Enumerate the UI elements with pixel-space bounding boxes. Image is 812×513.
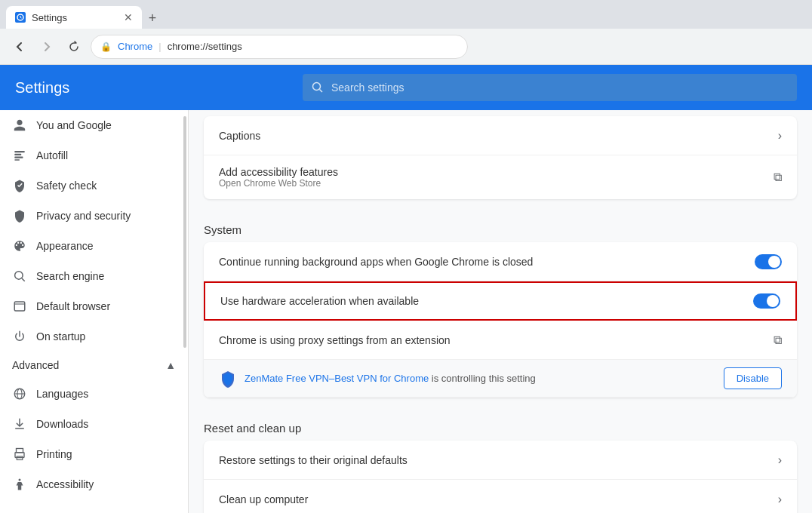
sidebar-item-downloads[interactable]: Downloads [0, 409, 188, 439]
sidebar-item-printing[interactable]: Printing [0, 439, 188, 469]
sidebar-item-label: Safety check [36, 180, 97, 192]
vpn-disable-button[interactable]: Disable [724, 367, 782, 389]
settings-app: Settings You and Google Autofill [0, 65, 812, 513]
add-accessibility-item[interactable]: Add accessibility features Open Chrome W… [204, 155, 797, 199]
sidebar-item-label: Appearance [36, 240, 94, 252]
globe-icon [12, 386, 27, 401]
clean-up-item[interactable]: Clean up computer › [204, 480, 797, 513]
sidebar: You and Google Autofill Safety check Pri… [0, 110, 189, 513]
sidebar-item-safety-check[interactable]: Safety check [0, 170, 188, 201]
proxy-ext-link-icon: ⧉ [774, 333, 782, 347]
svg-point-1 [313, 83, 321, 91]
svg-rect-16 [17, 456, 23, 460]
search-icon [312, 81, 324, 94]
sidebar-item-label: Downloads [36, 418, 88, 430]
address-bar[interactable]: 🔒 Chrome | chrome://settings [91, 35, 468, 59]
svg-rect-5 [14, 157, 23, 158]
system-section-label: System [204, 211, 797, 242]
add-accessibility-label: Add accessibility features [219, 166, 774, 178]
tab-settings[interactable]: Settings ✕ [6, 6, 142, 29]
search-bar[interactable] [303, 74, 797, 101]
svg-rect-14 [17, 449, 23, 453]
reset-section-label: Reset and clean up [204, 410, 797, 441]
sidebar-item-autofill[interactable]: Autofill [0, 140, 188, 170]
palette-icon [12, 238, 27, 253]
background-apps-label: Continue running background apps when Go… [219, 256, 755, 268]
external-link-icon: ⧉ [774, 170, 782, 184]
restore-settings-item[interactable]: Restore settings to their original defau… [204, 441, 797, 480]
sidebar-item-on-startup[interactable]: On startup [0, 321, 188, 352]
download-icon [12, 416, 27, 432]
power-icon [12, 329, 27, 344]
browser-icon [12, 299, 27, 314]
sidebar-item-privacy-security[interactable]: Privacy and security [0, 201, 188, 231]
svg-point-17 [19, 479, 21, 481]
reset-section: Reset and clean up Restore settings to t… [204, 410, 797, 513]
privacy-icon [12, 208, 27, 223]
tab-bar: Settings ✕ + [6, 0, 163, 29]
advanced-section-header[interactable]: Advanced ▲ [0, 352, 188, 379]
accessibility-icon [12, 477, 27, 492]
back-button[interactable] [9, 36, 30, 57]
background-apps-toggle[interactable] [755, 254, 782, 269]
captions-chevron-icon: › [778, 129, 782, 143]
sidebar-item-languages[interactable]: Languages [0, 379, 188, 409]
new-tab-button[interactable]: + [142, 8, 163, 29]
search-input[interactable] [331, 81, 788, 94]
svg-rect-3 [14, 151, 25, 152]
background-apps-item[interactable]: Continue running background apps when Go… [204, 242, 797, 281]
sidebar-item-default-browser[interactable]: Default browser [0, 291, 188, 321]
vpn-name-link[interactable]: ZenMate Free VPN–Best VPN for Chrome [245, 373, 429, 384]
tab-favicon [15, 12, 26, 23]
settings-title: Settings [15, 79, 291, 97]
svg-point-7 [15, 272, 23, 280]
svg-line-8 [22, 278, 25, 281]
toggle-knob [768, 256, 780, 268]
lock-icon: 🔒 [100, 41, 112, 52]
sidebar-scrollbar [183, 116, 186, 348]
sidebar-item-label: Printing [36, 448, 72, 460]
sidebar-item-label: Search engine [36, 270, 104, 282]
hardware-accel-toggle[interactable] [753, 293, 780, 309]
address-separator: | [158, 41, 161, 52]
sidebar-item-label: Accessibility [36, 478, 94, 490]
sidebar-item-you-and-google[interactable]: You and Google [0, 110, 188, 140]
sidebar-item-appearance[interactable]: Appearance [0, 231, 188, 261]
clean-up-label: Clean up computer [219, 493, 778, 505]
accessibility-cards: Captions › Add accessibility features Op… [204, 116, 797, 199]
svg-rect-4 [14, 154, 21, 155]
add-accessibility-sublabel: Open Chrome Web Store [219, 178, 774, 189]
restore-settings-label: Restore settings to their original defau… [219, 454, 778, 466]
restore-chevron-icon: › [778, 453, 782, 467]
proxy-settings-label: Chrome is using proxy settings from an e… [219, 334, 774, 346]
toggle-knob [767, 295, 779, 307]
system-cards: Continue running background apps when Go… [204, 242, 797, 398]
sidebar-item-label: Default browser [36, 300, 110, 312]
vpn-controlling-text: is controlling this setting [429, 373, 536, 384]
proxy-settings-item[interactable]: Chrome is using proxy settings from an e… [204, 321, 797, 360]
address-url: chrome://settings [168, 41, 242, 52]
hardware-accel-item[interactable]: Use hardware acceleration when available [204, 281, 797, 321]
captions-label: Captions [219, 130, 778, 142]
svg-line-2 [320, 90, 323, 93]
sidebar-item-label: Autofill [36, 149, 68, 161]
sidebar-item-accessibility[interactable]: Accessibility [0, 469, 188, 499]
hardware-accel-label: Use hardware acceleration when available [220, 295, 753, 307]
svg-rect-6 [14, 159, 20, 161]
cleanup-chevron-icon: › [778, 493, 782, 506]
tab-close-button[interactable]: ✕ [124, 11, 133, 23]
settings-body: You and Google Autofill Safety check Pri… [0, 110, 812, 513]
forward-button[interactable] [36, 36, 57, 57]
svg-rect-9 [14, 302, 25, 311]
main-content: Captions › Add accessibility features Op… [189, 110, 812, 513]
advanced-chevron-icon: ▲ [165, 359, 176, 371]
captions-item[interactable]: Captions › [204, 116, 797, 155]
person-icon [12, 118, 27, 133]
sidebar-item-label: Languages [36, 388, 88, 400]
safety-icon [12, 178, 27, 193]
sidebar-item-label: Privacy and security [36, 210, 131, 222]
reload-button[interactable] [63, 36, 85, 57]
navigation-bar: 🔒 Chrome | chrome://settings [0, 29, 812, 65]
sidebar-item-label: On startup [36, 330, 85, 343]
sidebar-item-search-engine[interactable]: Search engine [0, 261, 188, 291]
